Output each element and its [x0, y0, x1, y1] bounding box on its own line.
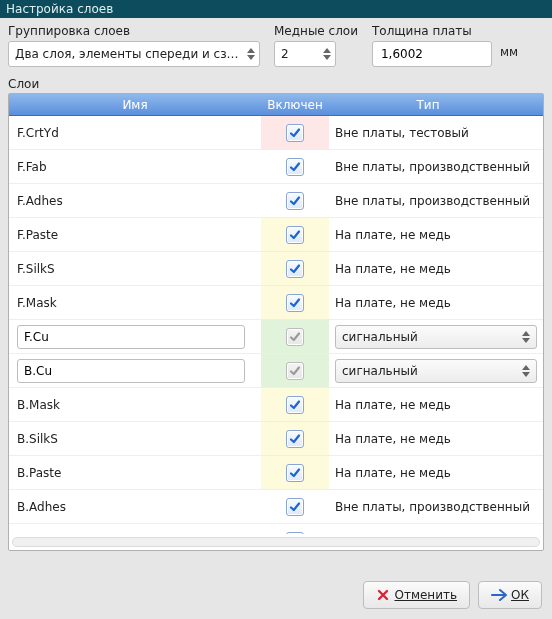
- table-row: B.SilkSНа плате, не медь: [9, 422, 543, 456]
- layer-type-text: На плате, не медь: [335, 466, 451, 480]
- layer-type-text: На плате, не медь: [335, 228, 451, 242]
- layer-name: F.Mask: [17, 296, 57, 310]
- window-title: Настройка слоев: [0, 0, 552, 18]
- thickness-field-wrap: [372, 41, 492, 67]
- copper-value: 2: [281, 47, 289, 61]
- layer-type-combo[interactable]: сигнальный: [335, 359, 537, 383]
- cancel-icon: [376, 588, 390, 602]
- table-body[interactable]: F.CrtYdВне платы, тестовыйF.FabВне платы…: [9, 116, 543, 534]
- layer-name: F.Fab: [17, 160, 47, 174]
- thickness-input[interactable]: [379, 46, 487, 62]
- enabled-checkbox[interactable]: [286, 260, 304, 278]
- enabled-checkbox[interactable]: [286, 430, 304, 448]
- enabled-checkbox[interactable]: [286, 192, 304, 210]
- layer-name: B.Paste: [17, 466, 61, 480]
- layer-name: B.SilkS: [17, 432, 58, 446]
- table-row: F.CrtYdВне платы, тестовый: [9, 116, 543, 150]
- col-header-enabled[interactable]: Включен: [261, 98, 329, 112]
- thickness-label: Толщина платы: [372, 24, 518, 38]
- enabled-checkbox: [286, 362, 304, 380]
- table-row: F.MaskНа плате, не медь: [9, 286, 543, 320]
- enabled-checkbox[interactable]: [286, 124, 304, 142]
- updown-icon: [323, 48, 331, 60]
- grouping-value: Два слоя, элементы спереди и сзади: [15, 47, 243, 61]
- enabled-checkbox: [286, 328, 304, 346]
- thickness-unit: мм: [500, 45, 518, 63]
- layer-type-value: сигнальный: [342, 330, 418, 344]
- copper-combo[interactable]: 2: [274, 41, 336, 67]
- layer-name: F.SilkS: [17, 262, 55, 276]
- layer-type-text: Вне платы, производственный: [335, 160, 530, 174]
- updown-icon: [522, 331, 530, 343]
- layers-section-label: Слои: [8, 77, 544, 91]
- layer-name: B.Mask: [17, 398, 60, 412]
- grouping-label: Группировка слоев: [8, 24, 260, 38]
- layer-name-input[interactable]: [17, 359, 245, 383]
- enabled-checkbox[interactable]: [286, 464, 304, 482]
- layer-name: B.Adhes: [17, 500, 66, 514]
- col-header-name[interactable]: Имя: [9, 98, 261, 112]
- ok-label: ОК: [511, 588, 529, 602]
- enabled-checkbox[interactable]: [286, 294, 304, 312]
- layer-name: F.Adhes: [17, 194, 63, 208]
- grouping-combo[interactable]: Два слоя, элементы спереди и сзади: [8, 41, 260, 67]
- table-header: Имя Включен Тип: [9, 94, 543, 116]
- layer-type-text: Вне платы, тестовый: [335, 126, 469, 140]
- table-row: B.PasteНа плате, не медь: [9, 456, 543, 490]
- table-row: B.MaskНа плате, не медь: [9, 388, 543, 422]
- layer-type-text: На плате, не медь: [335, 262, 451, 276]
- layer-type-text: На плате, не медь: [335, 432, 451, 446]
- table-row: F.SilkSНа плате, не медь: [9, 252, 543, 286]
- table-row: B.AdhesВне платы, производственный: [9, 490, 543, 524]
- horizontal-scrollbar[interactable]: [12, 537, 540, 547]
- layer-setup-window: Настройка слоев Группировка слоев Два сл…: [0, 0, 552, 619]
- cancel-button[interactable]: Отменить: [363, 581, 470, 609]
- table-row: B.FabВне платы, производственный: [9, 524, 543, 534]
- ok-button[interactable]: ОК: [478, 581, 542, 609]
- table-row: F.FabВне платы, производственный: [9, 150, 543, 184]
- enabled-checkbox[interactable]: [286, 158, 304, 176]
- updown-icon: [522, 365, 530, 377]
- table-row: F.PasteНа плате, не медь: [9, 218, 543, 252]
- table-row: F.AdhesВне платы, производственный: [9, 184, 543, 218]
- copper-label: Медные слои: [274, 24, 358, 38]
- layers-table: Имя Включен Тип F.CrtYdВне платы, тестов…: [8, 93, 544, 551]
- col-header-type[interactable]: Тип: [329, 98, 527, 112]
- enabled-checkbox[interactable]: [286, 532, 304, 534]
- layer-type-combo[interactable]: сигнальный: [335, 325, 537, 349]
- layer-type-text: На плате, не медь: [335, 398, 451, 412]
- layer-type-text: На плате, не медь: [335, 296, 451, 310]
- enabled-checkbox[interactable]: [286, 226, 304, 244]
- enabled-checkbox[interactable]: [286, 396, 304, 414]
- enabled-checkbox[interactable]: [286, 498, 304, 516]
- layer-name: F.Paste: [17, 228, 58, 242]
- updown-icon: [247, 48, 255, 60]
- table-row: сигнальный: [9, 320, 543, 354]
- layer-type-value: сигнальный: [342, 364, 418, 378]
- layer-name-input[interactable]: [17, 325, 245, 349]
- ok-icon: [491, 588, 507, 602]
- table-row: сигнальный: [9, 354, 543, 388]
- layer-type-text: Вне платы, производственный: [335, 500, 530, 514]
- layer-name: F.CrtYd: [17, 126, 59, 140]
- cancel-label: Отменить: [394, 588, 457, 602]
- layer-type-text: Вне платы, производственный: [335, 194, 530, 208]
